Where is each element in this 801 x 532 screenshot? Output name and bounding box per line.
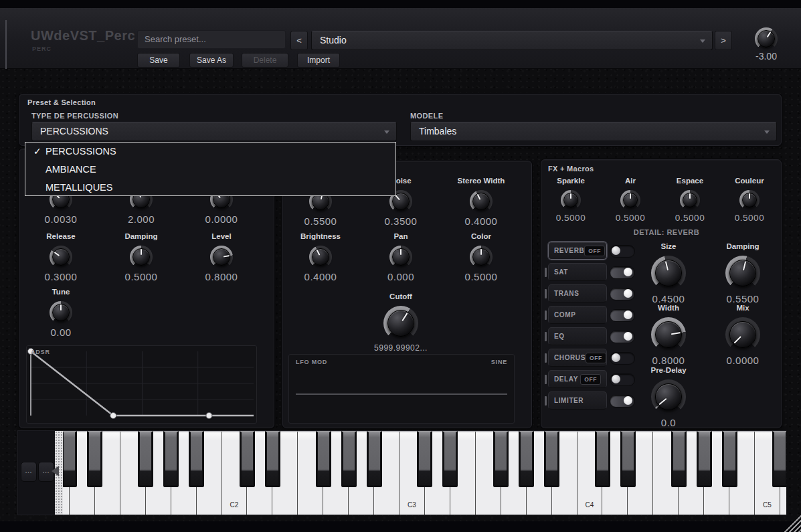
piano-black-key-D#3[interactable] [442,431,458,487]
reverb-width-dial[interactable] [651,317,686,352]
damping-knob-dial[interactable] [130,246,153,268]
bottom-black-strip [0,521,801,532]
type-de-percussion-dropdown[interactable]: PERCUSSIONS [31,122,397,141]
save-as-button[interactable]: Save As [189,53,234,68]
dropdown-option-ambiance[interactable]: AMBIANCE [25,161,395,179]
modele-label: MODELE [410,112,443,120]
reverb-damping-dial[interactable] [725,256,760,290]
piano-black-key-G#1[interactable] [163,431,179,487]
piano-black-key-C#1[interactable] [63,431,77,487]
pan-knob: Pan 0.000 [361,232,441,282]
fx-sat-button[interactable]: SAT [548,263,607,281]
plugin-title: UWdeVST_Perc [31,28,135,43]
stereo-width-knob: Stereo Width 0.4000 [441,177,521,227]
chevron-down-icon [384,130,389,134]
release-knob-dial[interactable] [50,246,72,268]
piano-black-key-A#3[interactable] [544,431,559,487]
fx-comp-button[interactable]: COMP [548,306,607,324]
fx-reverb-button[interactable]: REVERBOFF [548,242,607,260]
toolbar-edge-highlight [5,20,7,69]
tone-params-panel: 0.5500 Noise 0.3500 Stereo Width 0.4000 … [282,161,532,428]
tune-knob-dial[interactable] [50,301,72,324]
piano-black-key-D#2[interactable] [265,431,280,487]
lfo-waveform-line [296,393,507,395]
preset-section-title: Preset & Selection [27,98,96,106]
piano-black-key-A#4[interactable] [722,431,737,487]
search-input[interactable]: Search preset... [137,30,286,49]
piano-black-key-F#1[interactable] [138,431,153,487]
off-badge: OFF [586,353,606,363]
chevron-down-icon [700,39,705,43]
cutoff-knob: Cutoff 5999.99902... [361,292,441,353]
fx-delay-button[interactable]: DELAYOFF [548,370,607,388]
save-button[interactable]: Save [137,53,180,68]
lfo-mod-display: LFO MOD SINE [288,354,515,424]
output-volume-knob[interactable] [755,27,778,50]
type-de-percussion-label: TYPE DE PERCUSSION [31,112,118,120]
color-knob-dial[interactable] [470,246,493,268]
octave-label: C3 [399,501,424,509]
brightness-knob-dial[interactable] [309,246,332,268]
fx-chorus-button[interactable]: CHORUSOFF [548,349,607,367]
piano-black-key-C#3[interactable] [417,431,432,487]
toggle-ball-icon [612,246,620,255]
reverb-predelay-dial[interactable] [651,379,686,414]
release-knob: Release 0.3000 [21,232,101,282]
output-volume-value: -3.00 [739,51,793,62]
reverb-predelay-knob: Pre-Delay 0.0 [628,366,709,428]
keyboard-section: ... ... C2C3C4C5 [17,430,786,515]
color-knob: Color 0.5000 [441,232,521,282]
fx-section-title: FX + Macros [548,165,594,173]
off-badge: OFF [584,246,605,256]
air-knob-dial[interactable] [620,190,640,210]
piano-keys-viewport: C2C3C4C5 [63,431,786,515]
modele-dropdown-value: Timbales [419,126,456,137]
espace-knob-dial[interactable] [680,190,700,210]
fx-eq-button[interactable]: EQ [548,327,607,345]
piano-black-key-A#2[interactable] [367,431,382,487]
level-knob: Level 0.8000 [181,232,262,282]
piano-black-key-G#2[interactable] [341,431,357,487]
plugin-window: UWdeVST_Perc PERC Search preset... Save … [0,0,801,532]
piano-black-key-D#1[interactable] [87,431,102,487]
sparkle-knob-dial[interactable] [561,190,581,210]
piano-black-key-F#2[interactable] [316,431,331,487]
octave-label: C2 [222,501,247,509]
octave-label: C4 [577,501,602,509]
cutoff-knob-dial[interactable] [383,306,418,341]
level-knob-dial[interactable] [210,246,233,268]
piano-black-key-G#3[interactable] [519,431,534,487]
brightness-knob: Brightness 0.4000 [280,232,361,282]
dropdown-option-percussions[interactable]: ✓ PERCUSSIONS [25,143,395,161]
keyboard-options-button-1[interactable]: ... [21,462,37,482]
adsr-envelope-display[interactable]: ADSR [26,345,257,424]
piano-black-key-F#4[interactable] [671,431,687,487]
import-button[interactable]: Import [297,53,340,68]
stereo-width-knob-dial[interactable] [470,190,493,213]
reverb-size-dial[interactable] [651,256,686,290]
reverb-damping-knob: Damping 0.5500 [703,242,783,304]
piano-black-key-C#5[interactable] [772,431,786,487]
piano-black-key-F#3[interactable] [493,431,509,487]
fx-limiter-button[interactable]: LIMITER [548,391,607,410]
next-preset-button[interactable]: > [715,31,732,50]
tune-knob: Tune 0.00 [21,288,101,338]
modele-dropdown[interactable]: Timbales [410,122,777,141]
detail-title: DETAIL: REVERB [606,228,727,236]
piano-black-key-G#4[interactable] [697,431,712,487]
piano-black-key-C#4[interactable] [595,431,610,487]
prev-preset-button[interactable]: < [290,31,308,50]
preset-dropdown[interactable]: Studio [311,31,713,50]
piano-black-key-A#1[interactable] [189,431,204,487]
fx-trans-button[interactable]: TRANS [548,284,607,302]
couleur-knob-dial[interactable] [739,190,760,210]
pan-knob-dial[interactable] [389,246,412,268]
dropdown-option-metalliques[interactable]: METALLIQUES [25,179,395,197]
delete-button[interactable]: Delete [242,53,288,68]
toggle-ball-icon [612,375,620,383]
piano-black-key-C#2[interactable] [240,431,255,487]
lfo-mod-label: LFO MOD [296,359,327,365]
reverb-mix-dial[interactable] [725,317,760,352]
toggle-ball-icon [612,353,620,362]
piano-black-key-D#4[interactable] [620,431,636,487]
